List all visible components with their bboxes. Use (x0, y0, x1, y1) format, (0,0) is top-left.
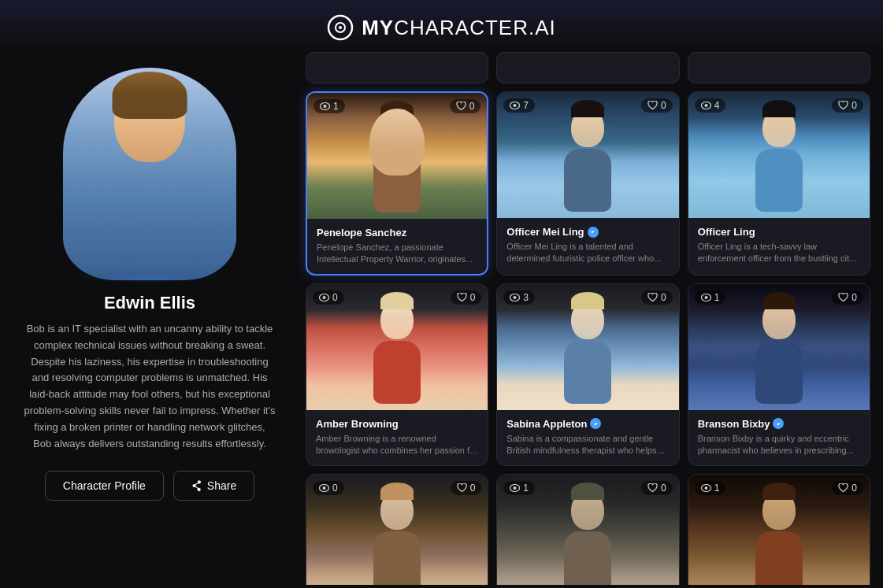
verified-badge (588, 227, 599, 238)
card-description: Officer Ling is a tech-savvy law enforce… (698, 241, 860, 265)
card-image-row3-3: 1 0 (688, 475, 870, 585)
action-buttons: Character Profile Share (45, 471, 254, 501)
character-card-officer-mei[interactable]: 7 0 Officer Mei Ling (496, 91, 679, 276)
card-info: Officer Ling Officer Ling is a tech-savv… (688, 218, 870, 273)
card-name: Sabina Appleton (506, 418, 669, 430)
partial-card (496, 52, 679, 83)
svg-point-4 (324, 105, 327, 108)
view-count: 1 (503, 481, 535, 495)
card-image-officer-mei: 7 0 (497, 92, 678, 218)
card-human-figure (748, 108, 811, 218)
card-name: Penelope Sanchez (317, 227, 477, 239)
card-description: Officer Mei Ling is a talented and deter… (506, 241, 669, 265)
share-button[interactable]: Share (173, 471, 254, 501)
character-description: Bob is an IT specialist with an uncanny … (16, 321, 284, 452)
svg-point-14 (704, 296, 707, 299)
partial-card (306, 52, 488, 83)
card-human-figure (365, 109, 429, 219)
card-name: Amber Browning (316, 418, 478, 430)
character-card-sabina[interactable]: 3 0 Sabina Appleton (496, 283, 679, 466)
svg-point-16 (323, 486, 326, 490)
view-count: 4 (695, 98, 726, 113)
card-info: Sabina Appleton Sabina is a compassionat… (497, 410, 678, 465)
card-info: Penelope Sanchez Penelope Sanchez, a pas… (307, 219, 487, 274)
like-count: 0 (450, 99, 481, 113)
card-image-row3-1: 0 0 (306, 475, 488, 585)
like-count: 0 (451, 290, 482, 305)
like-count: 0 (641, 98, 673, 113)
partial-card (688, 52, 870, 83)
svg-point-10 (323, 296, 326, 299)
character-name: Edwin Ellis (104, 293, 195, 313)
cards-grid: 1 0 Penelope Sanchez (306, 91, 870, 585)
card-image-officer-ling: 4 0 (688, 92, 870, 218)
character-card-officer-ling[interactable]: 4 0 Officer Ling Off (688, 91, 870, 276)
character-card-row3-1[interactable]: 0 0 Character 7 (306, 474, 488, 585)
card-human-figure (365, 300, 429, 410)
card-image-amber: 0 0 (306, 284, 488, 410)
card-human-figure (556, 300, 619, 410)
svg-point-8 (704, 104, 707, 107)
view-count: 3 (503, 290, 535, 305)
card-human-figure (748, 490, 811, 585)
card-info: Officer Mei Ling Officer Mei Ling is a t… (497, 218, 678, 273)
logo-icon (327, 14, 354, 41)
character-card-row3-3[interactable]: 1 0 Character 9 (688, 474, 870, 585)
card-image-penelope: 1 0 (307, 93, 487, 219)
character-card-branson[interactable]: 1 0 Branson Bixby Br (688, 283, 870, 466)
view-count: 0 (313, 481, 344, 495)
svg-point-6 (514, 104, 517, 107)
card-human-figure (556, 108, 619, 218)
card-description: Sabina is a compassionate and gentle Bri… (506, 433, 669, 457)
card-description: Branson Bixby is a quirky and eccentric … (698, 433, 860, 457)
character-card-penelope[interactable]: 1 0 Penelope Sanchez (306, 91, 488, 276)
like-count: 0 (832, 98, 863, 113)
header-title: MYCHARACTER.AI (362, 16, 556, 40)
character-profile-button[interactable]: Character Profile (45, 471, 164, 501)
share-icon (191, 480, 202, 491)
view-count: 1 (695, 481, 726, 495)
header: MYCHARACTER.AI (0, 0, 883, 52)
like-count: 0 (832, 290, 863, 305)
svg-point-20 (704, 486, 707, 490)
card-image-row3-2: 1 0 (497, 475, 678, 585)
card-info: Branson Bixby Branson Bixby is a quirky … (688, 410, 870, 465)
card-human-figure (365, 490, 429, 585)
right-panel[interactable]: 1 0 Penelope Sanchez (299, 52, 883, 585)
card-name: Officer Mei Ling (506, 226, 669, 238)
like-count: 0 (451, 481, 482, 495)
like-count: 0 (832, 481, 863, 495)
card-human-figure (748, 300, 811, 410)
view-count: 1 (695, 290, 726, 305)
avatar-platform (55, 257, 244, 280)
view-count: 1 (314, 99, 345, 113)
card-name: Branson Bixby (698, 418, 860, 430)
svg-point-2 (339, 26, 342, 29)
view-count: 0 (313, 290, 344, 305)
card-image-sabina: 3 0 (497, 284, 678, 410)
like-count: 0 (641, 481, 673, 495)
svg-point-18 (514, 486, 517, 490)
view-count: 7 (503, 98, 535, 113)
card-description: Penelope Sanchez, a passionate Intellect… (317, 242, 477, 266)
character-avatar (39, 60, 260, 280)
partial-row (306, 52, 870, 83)
card-name: Officer Ling (698, 226, 860, 238)
card-human-figure (556, 490, 619, 585)
card-info: Amber Browning Amber Browning is a renow… (306, 410, 488, 465)
svg-point-12 (514, 296, 517, 299)
logo: MYCHARACTER.AI (327, 14, 556, 41)
verified-badge (773, 418, 784, 429)
character-card-row3-2[interactable]: 1 0 Character 8 (496, 474, 679, 585)
card-description: Amber Browning is a renowned browologist… (316, 433, 478, 457)
avatar-figure (63, 68, 236, 280)
verified-badge (590, 418, 601, 429)
character-card-amber[interactable]: 0 0 Amber Browning A (306, 283, 488, 466)
left-panel: Edwin Ellis Bob is an IT specialist with… (0, 52, 299, 585)
card-image-branson: 1 0 (688, 284, 870, 410)
like-count: 0 (641, 290, 673, 305)
